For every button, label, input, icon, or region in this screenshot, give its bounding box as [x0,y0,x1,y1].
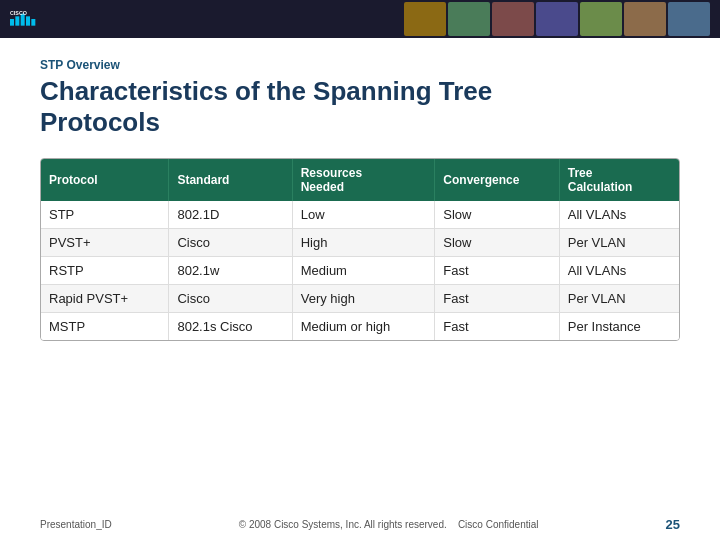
table-row: MSTP802.1s CiscoMedium or highFastPer In… [41,313,679,341]
page-title-line2: Protocols [40,107,160,137]
spanning-tree-table: Protocol Standard ResourcesNeeded Conver… [41,159,679,340]
photo-block-2 [448,2,490,36]
col-header-protocol: Protocol [41,159,169,201]
table-row: STP802.1DLowSlowAll VLANs [41,201,679,229]
footer: Presentation_ID © 2008 Cisco Systems, In… [0,517,720,532]
footer-copyright: © 2008 Cisco Systems, Inc. All rights re… [239,519,539,530]
photo-block-6 [624,2,666,36]
svg-rect-3 [26,16,30,25]
cell-resources: Medium or high [292,313,435,341]
svg-text:CISCO: CISCO [10,10,27,16]
table-row: PVST+CiscoHighSlowPer VLAN [41,229,679,257]
cell-tree_calc: All VLANs [559,201,679,229]
cell-resources: Medium [292,257,435,285]
main-content: STP Overview Characteristics of the Span… [0,38,720,376]
cell-resources: Low [292,201,435,229]
page-title-line1: Characteristics of the Spanning Tree [40,76,492,106]
photo-block-3 [492,2,534,36]
cell-standard: 802.1D [169,201,292,229]
cell-protocol: Rapid PVST+ [41,285,169,313]
cell-convergence: Slow [435,201,559,229]
cell-standard: Cisco [169,229,292,257]
table-header-row: Protocol Standard ResourcesNeeded Conver… [41,159,679,201]
cell-standard: 802.1w [169,257,292,285]
photo-block-5 [580,2,622,36]
cell-protocol: PVST+ [41,229,169,257]
footer-page-number: 25 [666,517,680,532]
cell-standard: Cisco [169,285,292,313]
cisco-logo-icon: CISCO [10,9,50,29]
cell-convergence: Fast [435,285,559,313]
cell-tree_calc: Per Instance [559,313,679,341]
cell-protocol: MSTP [41,313,169,341]
section-label: STP Overview [40,58,680,72]
top-bar: CISCO [0,0,720,38]
spanning-tree-table-container: Protocol Standard ResourcesNeeded Conver… [40,158,680,341]
top-bar-photo-strip [404,2,710,36]
cell-standard: 802.1s Cisco [169,313,292,341]
cell-protocol: STP [41,201,169,229]
col-header-resources: ResourcesNeeded [292,159,435,201]
cisco-logo: CISCO [10,9,50,29]
page-title: Characteristics of the Spanning Tree Pro… [40,76,680,138]
cell-convergence: Fast [435,257,559,285]
table-row: RSTP802.1wMediumFastAll VLANs [41,257,679,285]
photo-block-4 [536,2,578,36]
photo-block-1 [404,2,446,36]
col-header-standard: Standard [169,159,292,201]
cell-convergence: Slow [435,229,559,257]
svg-rect-1 [15,16,19,25]
cell-resources: High [292,229,435,257]
cell-tree_calc: Per VLAN [559,229,679,257]
col-header-tree-calc: TreeCalculation [559,159,679,201]
svg-rect-4 [31,19,35,26]
cell-protocol: RSTP [41,257,169,285]
cell-convergence: Fast [435,313,559,341]
cell-tree_calc: All VLANs [559,257,679,285]
photo-block-7 [668,2,710,36]
footer-presentation-id: Presentation_ID [40,519,112,530]
table-row: Rapid PVST+CiscoVery highFastPer VLAN [41,285,679,313]
col-header-convergence: Convergence [435,159,559,201]
cell-tree_calc: Per VLAN [559,285,679,313]
svg-rect-0 [10,19,14,26]
cell-resources: Very high [292,285,435,313]
